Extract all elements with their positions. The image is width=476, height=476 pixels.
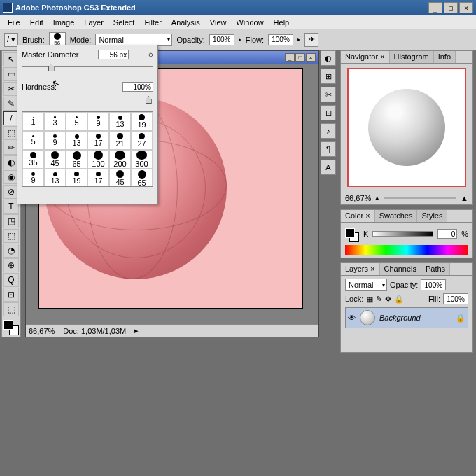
- brush-preset[interactable]: 19: [131, 112, 153, 131]
- brush-preset[interactable]: 45: [109, 169, 131, 187]
- layer-row[interactable]: 👁 Background 🔒: [345, 307, 468, 328]
- brush-preset[interactable]: 300: [131, 150, 153, 169]
- panel-tab[interactable]: Styles: [417, 210, 447, 222]
- menu-layer[interactable]: Layer: [79, 17, 108, 28]
- tool-button[interactable]: ⬚: [4, 229, 19, 243]
- zoom-slider[interactable]: [384, 197, 456, 199]
- menu-select[interactable]: Select: [108, 17, 140, 28]
- panel-tab[interactable]: Color ×: [341, 210, 375, 222]
- minimize-button[interactable]: _: [428, 2, 442, 13]
- menu-help[interactable]: Help: [269, 17, 295, 28]
- brush-preset[interactable]: 5: [66, 112, 88, 131]
- dock-icon[interactable]: ⊡: [321, 105, 336, 120]
- menu-image[interactable]: Image: [48, 17, 80, 28]
- brush-preset[interactable]: 9: [22, 169, 44, 187]
- k-input[interactable]: [438, 229, 457, 239]
- brush-preset[interactable]: 65: [66, 150, 88, 169]
- menu-edit[interactable]: Edit: [25, 17, 48, 28]
- menu-analysis[interactable]: Analysis: [167, 17, 205, 28]
- dock-icon[interactable]: ♪: [321, 123, 336, 139]
- menu-filter[interactable]: Filter: [139, 17, 166, 28]
- flow-input[interactable]: 100%: [268, 34, 293, 46]
- mode-label: Mode:: [70, 36, 92, 44]
- master-diameter-label: Master Diameter: [22, 50, 78, 59]
- dock-icon[interactable]: ◐: [321, 50, 336, 66]
- brush-preset[interactable]: 17: [88, 131, 109, 150]
- panel-tab[interactable]: Histogram: [390, 51, 434, 63]
- dock-icon[interactable]: ¶: [321, 141, 336, 157]
- brush-preset[interactable]: 9: [44, 131, 66, 150]
- brush-preset[interactable]: 13: [44, 169, 66, 187]
- titlebar: Adobe Photoshop CS3 Extended _ □ ×: [0, 0, 476, 15]
- brush-preset[interactable]: 27: [131, 131, 153, 150]
- k-slider[interactable]: [372, 231, 433, 237]
- dock-icon[interactable]: ⊞: [321, 69, 336, 84]
- tool-preset-button[interactable]: / ▾: [4, 33, 18, 47]
- brush-preset[interactable]: 13: [109, 112, 131, 131]
- panel-tab[interactable]: Swatches: [375, 210, 418, 222]
- brush-preset[interactable]: 3: [44, 112, 66, 131]
- visibility-icon[interactable]: 👁: [348, 314, 356, 322]
- diameter-slider[interactable]: ↖: [22, 62, 153, 72]
- brush-preset[interactable]: 19: [66, 169, 88, 187]
- zoom-in-icon[interactable]: ▲: [461, 194, 468, 202]
- brush-preset[interactable]: 100: [88, 150, 109, 169]
- navigator-thumbnail: [368, 89, 445, 166]
- dock-icon[interactable]: A: [321, 160, 336, 175]
- flyout-icon[interactable]: ⊙: [148, 52, 153, 58]
- layer-name[interactable]: Background: [379, 314, 421, 322]
- brush-preset[interactable]: 21: [109, 131, 131, 150]
- lock-icon: 🔒: [456, 314, 465, 323]
- fill-input[interactable]: 100%: [443, 293, 468, 304]
- navigator-zoom[interactable]: 66,67%: [345, 194, 371, 202]
- color-swatch[interactable]: [4, 320, 19, 335]
- close-button[interactable]: ×: [459, 2, 473, 13]
- zoom-level[interactable]: 66,67%: [29, 327, 55, 335]
- zoom-out-icon[interactable]: ▴: [375, 193, 379, 202]
- menu-file[interactable]: File: [3, 17, 25, 28]
- brush-preset[interactable]: 65: [131, 169, 153, 187]
- mode-dropdown[interactable]: Normal: [95, 34, 172, 46]
- panel-tab[interactable]: Paths: [421, 263, 450, 275]
- navigator-preview[interactable]: [347, 68, 466, 187]
- brush-preset[interactable]: 200: [109, 150, 131, 169]
- color-ramp[interactable]: [345, 245, 468, 255]
- tool-button[interactable]: ⊕: [4, 258, 19, 272]
- airbrush-button[interactable]: ✈: [304, 33, 318, 47]
- brush-preset[interactable]: 9: [88, 112, 109, 131]
- hardness-label: Hardness:: [22, 83, 57, 91]
- panel-tab[interactable]: Channels: [380, 263, 421, 275]
- brush-preset[interactable]: 17: [88, 169, 109, 187]
- hardness-slider[interactable]: [22, 94, 153, 104]
- brush-preset[interactable]: 35: [22, 150, 44, 169]
- brush-preset[interactable]: 5: [22, 131, 44, 150]
- doc-maximize[interactable]: □: [295, 53, 305, 62]
- tool-button[interactable]: Q: [4, 273, 19, 287]
- layer-opacity-input[interactable]: 100%: [421, 279, 446, 290]
- lock-transparency-icon[interactable]: ▦: [366, 295, 373, 304]
- lock-position-icon[interactable]: ✥: [385, 295, 391, 304]
- blend-mode-dropdown[interactable]: Normal: [345, 279, 387, 291]
- layer-opacity-label: Opacity:: [390, 281, 418, 289]
- menu-view[interactable]: View: [205, 17, 232, 28]
- lock-all-icon[interactable]: 🔒: [394, 295, 404, 304]
- tool-button[interactable]: ⬚: [4, 302, 19, 316]
- master-diameter-input[interactable]: [98, 50, 129, 59]
- menu-window[interactable]: Window: [231, 17, 268, 28]
- brush-preset[interactable]: 1: [22, 112, 44, 131]
- brush-preset[interactable]: 13: [66, 131, 88, 150]
- panel-tab[interactable]: Info: [434, 51, 456, 63]
- tool-button[interactable]: ◳: [4, 214, 19, 228]
- tool-button[interactable]: ⊡: [4, 288, 19, 302]
- panel-tab[interactable]: Navigator ×: [341, 51, 390, 63]
- brush-preset[interactable]: 45: [44, 150, 66, 169]
- lock-pixels-icon[interactable]: ✎: [376, 295, 382, 304]
- opacity-input[interactable]: 100%: [209, 34, 234, 46]
- doc-minimize[interactable]: _: [285, 53, 295, 62]
- tool-button[interactable]: ◔: [4, 244, 19, 258]
- doc-close[interactable]: ×: [306, 53, 316, 62]
- maximize-button[interactable]: □: [444, 2, 458, 13]
- panel-tab[interactable]: Layers ×: [341, 263, 380, 275]
- dock-icon[interactable]: ✂: [321, 87, 336, 102]
- hardness-input[interactable]: [122, 82, 153, 92]
